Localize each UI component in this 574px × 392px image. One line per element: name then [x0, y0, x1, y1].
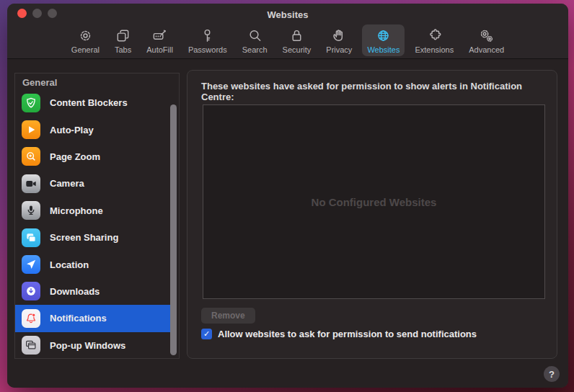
- help-button[interactable]: ?: [544, 366, 560, 382]
- traffic-lights: [17, 9, 57, 18]
- location-arrow-icon: [22, 255, 40, 274]
- sidebar-item-label: Auto-Play: [50, 125, 94, 135]
- close-button[interactable]: [17, 9, 27, 18]
- lock-icon: [288, 27, 305, 44]
- sidebar-item-label: Location: [50, 259, 89, 270]
- checkmark-icon: ✓: [203, 330, 210, 338]
- content-area: General Content BlockersAuto-PlayPage Zo…: [7, 59, 568, 388]
- toolbar-item-label: Security: [283, 45, 312, 54]
- toolbar-item-label: AutoFill: [146, 45, 173, 54]
- allow-notifications-row: ✓ Allow websites to ask for permission t…: [201, 329, 477, 339]
- toolbar-item-label: General: [71, 45, 100, 54]
- notifications-panel: These websites have asked for permission…: [187, 70, 557, 359]
- window-title: Websites: [7, 5, 568, 20]
- hand-icon: [331, 27, 348, 44]
- zoom-button[interactable]: [48, 9, 57, 18]
- shield-check-icon: [22, 94, 40, 112]
- toolbar-item-websites[interactable]: Websites: [362, 24, 405, 56]
- sidebar-item-location[interactable]: Location: [15, 251, 170, 277]
- sidebar-item-label: Content Blockers: [50, 97, 128, 108]
- toolbar-item-label: Tabs: [115, 45, 131, 54]
- globe-icon: [375, 27, 392, 44]
- sidebar-item-microphone[interactable]: Microphone: [15, 197, 170, 224]
- screens-icon: [22, 228, 40, 247]
- play-icon: [22, 120, 40, 139]
- safari-preferences-window: Websites GeneralTabsAutoFillPasswordsSea…: [7, 4, 568, 388]
- microphone-icon: [22, 201, 40, 220]
- sidebar-item-content-blockers[interactable]: Content Blockers: [15, 89, 170, 116]
- websites-sidebar: General Content BlockersAuto-PlayPage Zo…: [14, 73, 180, 359]
- search-icon: [247, 27, 263, 44]
- gears-icon: [478, 27, 495, 44]
- preferences-toolbar: GeneralTabsAutoFillPasswordsSearchSecuri…: [7, 21, 568, 56]
- sidebar-item-page-zoom[interactable]: Page Zoom: [15, 143, 170, 170]
- toolbar-item-privacy[interactable]: Privacy: [321, 24, 357, 56]
- sidebar-scrollbar[interactable]: [170, 104, 177, 355]
- sidebar-item-camera[interactable]: Camera: [15, 170, 170, 197]
- key-icon: [199, 27, 216, 44]
- sidebar-item-label: Notifications: [50, 313, 107, 324]
- toolbar-item-security[interactable]: Security: [278, 24, 317, 56]
- toolbar-item-advanced[interactable]: Advanced: [464, 24, 509, 56]
- allow-notifications-checkbox[interactable]: ✓: [201, 329, 212, 339]
- sidebar-list: Content BlockersAuto-PlayPage ZoomCamera…: [15, 89, 179, 359]
- toolbar-item-search[interactable]: Search: [237, 24, 273, 56]
- bell-icon: [22, 309, 40, 328]
- sidebar-item-auto-play[interactable]: Auto-Play: [15, 116, 170, 143]
- allow-notifications-label: Allow websites to ask for permission to …: [218, 329, 477, 339]
- sidebar-item-downloads[interactable]: Downloads: [15, 278, 170, 305]
- tabs-icon: [115, 27, 131, 44]
- remove-button[interactable]: Remove: [201, 308, 255, 324]
- sidebar-item-label: Screen Sharing: [50, 232, 118, 243]
- minimize-button[interactable]: [32, 9, 42, 18]
- toolbar-item-label: Passwords: [188, 45, 227, 54]
- gear-icon: [77, 27, 94, 44]
- configured-websites-list: No Configured Websites: [203, 104, 545, 299]
- video-camera-icon: [22, 174, 40, 193]
- sidebar-item-label: Microphone: [50, 205, 103, 216]
- toolbar-item-label: Search: [242, 45, 268, 54]
- sidebar-item-label: Downloads: [50, 286, 100, 297]
- popup-windows-icon: [22, 336, 40, 355]
- toolbar-item-extensions[interactable]: Extensions: [410, 24, 459, 56]
- toolbar-item-label: Advanced: [469, 45, 504, 54]
- sidebar-item-label: Camera: [50, 178, 84, 189]
- zoom-plus-icon: [22, 147, 40, 166]
- empty-state-text: No Configured Websites: [312, 196, 437, 208]
- toolbar-item-tabs[interactable]: Tabs: [110, 24, 136, 56]
- sidebar-item-pop-up-windows[interactable]: Pop-up Windows: [15, 332, 170, 359]
- download-circle-icon: [22, 282, 40, 300]
- toolbar-item-label: Extensions: [415, 45, 454, 54]
- puzzle-icon: [426, 27, 443, 44]
- titlebar[interactable]: Websites: [7, 4, 568, 21]
- sidebar-item-label: Pop-up Windows: [50, 340, 125, 351]
- toolbar-item-label: Privacy: [326, 45, 352, 54]
- autofill-icon: [151, 27, 168, 44]
- sidebar-item-notifications[interactable]: Notifications: [15, 305, 170, 331]
- permission-description: These websites have asked for permission…: [201, 81, 557, 102]
- toolbar-item-general[interactable]: General: [66, 24, 105, 56]
- window-chrome: Websites GeneralTabsAutoFillPasswordsSea…: [7, 4, 568, 59]
- sidebar-item-screen-sharing[interactable]: Screen Sharing: [15, 224, 170, 251]
- sidebar-item-label: Page Zoom: [50, 151, 100, 162]
- sidebar-section-header: General: [15, 74, 179, 89]
- toolbar-item-passwords[interactable]: Passwords: [183, 24, 232, 56]
- toolbar-item-label: Websites: [367, 45, 399, 54]
- toolbar-item-autofill[interactable]: AutoFill: [141, 24, 178, 56]
